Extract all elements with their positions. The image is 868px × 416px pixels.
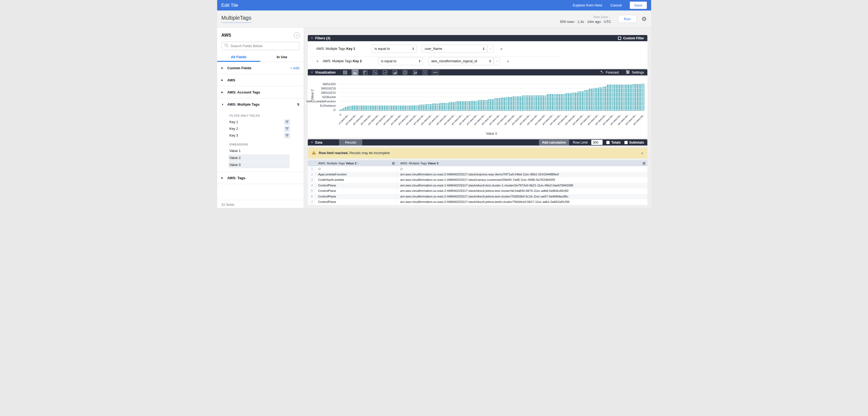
chart-bar[interactable]: [630, 84, 631, 111]
cell-value-3[interactable]: arn:aws:cloudformation:us-east-2:4486402…: [397, 194, 647, 200]
table-chart-icon[interactable]: [341, 69, 349, 75]
cell-value-2[interactable]: AppLambdaFunction: [315, 172, 397, 178]
chart-bar[interactable]: [460, 101, 460, 111]
chart-bar[interactable]: [460, 101, 461, 111]
chart-bar[interactable]: [617, 84, 617, 111]
chart-bar[interactable]: [509, 97, 509, 111]
chart-bar[interactable]: [501, 98, 502, 111]
chart-bar[interactable]: [403, 106, 403, 111]
chart-bar[interactable]: [587, 90, 587, 111]
field-value-1[interactable]: Value 1: [228, 147, 290, 154]
chart-bar[interactable]: [471, 101, 472, 111]
totals-checkbox[interactable]: [607, 141, 610, 144]
chart-bar[interactable]: [536, 95, 536, 111]
chart-bar[interactable]: [401, 106, 401, 111]
chart-bar[interactable]: [344, 108, 345, 111]
chart-bar[interactable]: [509, 97, 510, 111]
chart-bar[interactable]: [529, 95, 529, 111]
filter-value-select[interactable]: aws_cloudformation_logical_id: [428, 57, 493, 65]
chart-bar[interactable]: [598, 88, 598, 111]
chart-bar[interactable]: [572, 93, 572, 111]
chart-bar[interactable]: [378, 106, 378, 111]
chart-bar[interactable]: [567, 93, 568, 111]
chart-bar[interactable]: [522, 96, 522, 111]
sidebar-item-aws-multiple-tags[interactable]: ▼ AWS: Multiple Tags 5: [217, 98, 304, 110]
chart-bar[interactable]: [525, 95, 525, 111]
chart-bar[interactable]: [565, 93, 565, 111]
cell-value-2[interactable]: CodeHashLambda: [315, 177, 397, 183]
chart-bar[interactable]: [519, 96, 519, 111]
chart-bar[interactable]: [589, 89, 589, 111]
chart-bar[interactable]: [350, 106, 350, 111]
chart-bar[interactable]: [618, 84, 618, 111]
chart-bar[interactable]: [622, 84, 622, 111]
custom-filter-toggle[interactable]: Custom Filter: [618, 36, 644, 40]
cell-value-2[interactable]: ControlPlane: [315, 194, 397, 200]
chart-bar[interactable]: [473, 101, 473, 111]
chart-bar[interactable]: [604, 86, 604, 111]
data-header[interactable]: ▼ Data Results Add calculation Row Limit…: [308, 139, 647, 145]
chart-bar[interactable]: [542, 95, 543, 111]
field-key-1[interactable]: Key 1: [217, 118, 304, 125]
chart-bar[interactable]: [568, 93, 568, 111]
more-chart-types-icon[interactable]: [431, 69, 439, 75]
chart-bar[interactable]: [359, 106, 359, 111]
chart-bar[interactable]: [522, 95, 523, 111]
chart-bar[interactable]: [620, 84, 620, 111]
chart-bar[interactable]: [594, 88, 594, 111]
chart-bar[interactable]: [464, 101, 464, 111]
chart-bar[interactable]: [352, 106, 352, 111]
chart-bar[interactable]: [540, 95, 541, 111]
chart-bar[interactable]: [589, 89, 590, 111]
chart-bar[interactable]: [351, 106, 351, 111]
chart-bar[interactable]: [383, 106, 383, 111]
gear-icon[interactable]: [642, 16, 647, 22]
chart-bar[interactable]: [397, 106, 397, 111]
chart-bar[interactable]: [570, 93, 570, 111]
chart-bar[interactable]: [590, 89, 590, 111]
cell-value-3[interactable]: arn:aws:cloudformation:us-east-2:4486402…: [397, 188, 647, 194]
totals-toggle[interactable]: Totals: [607, 141, 620, 144]
chart-bar[interactable]: [574, 93, 575, 111]
chart-bar[interactable]: [531, 95, 532, 111]
chart-bar[interactable]: [518, 96, 518, 111]
chart-bar[interactable]: [542, 95, 542, 111]
chart-bar[interactable]: [606, 86, 607, 111]
map-chart-icon[interactable]: [411, 69, 418, 75]
chart-bar[interactable]: [531, 95, 531, 111]
column-header-value-2[interactable]: AWS: Multiple Tags Value 2↑: [315, 160, 397, 166]
cell-value-3[interactable]: arn:aws:cloudformation:us-east-2:4486402…: [397, 172, 647, 178]
chart-bar[interactable]: [381, 106, 381, 111]
chart-bar[interactable]: [607, 84, 608, 111]
cell-value-3[interactable]: arn:aws:cloudformation:us-east-1:4486402…: [397, 177, 647, 183]
custom-filter-checkbox[interactable]: [618, 37, 621, 40]
chart-bar[interactable]: [517, 96, 518, 111]
chart-bar[interactable]: [625, 84, 626, 111]
chart-bar[interactable]: [367, 106, 367, 111]
chart-bar[interactable]: [513, 96, 513, 111]
sidebar-item-custom-fields[interactable]: ▶ Custom Fields + Add: [217, 62, 304, 74]
run-button[interactable]: Run: [618, 15, 637, 23]
chart-bar[interactable]: [396, 106, 397, 111]
chart-bar[interactable]: [365, 106, 365, 111]
chart-bar[interactable]: [341, 109, 341, 111]
chart-bar[interactable]: [477, 101, 477, 111]
chart-bar[interactable]: [401, 106, 402, 111]
chart-bar[interactable]: [389, 106, 389, 111]
chart-bar[interactable]: [536, 95, 536, 111]
chart-bar[interactable]: [609, 84, 609, 111]
cell-value-2[interactable]: ∅: [315, 166, 397, 172]
chart-bar[interactable]: [410, 106, 410, 111]
visualization-header[interactable]: ▼ Visualization 6: [308, 69, 647, 75]
chart-bar[interactable]: [409, 106, 409, 111]
chevron-down-icon[interactable]: ∨: [316, 59, 319, 63]
chart-bar[interactable]: [391, 106, 391, 111]
chart-bar[interactable]: [588, 90, 588, 111]
chart-bar[interactable]: [628, 84, 629, 111]
chart-bar[interactable]: [593, 88, 593, 111]
chart-bar[interactable]: [472, 101, 472, 111]
sidebar-item-aws[interactable]: ▶ AWS: [217, 74, 304, 86]
chart-bar[interactable]: [368, 106, 368, 111]
chart-bar[interactable]: [602, 87, 602, 111]
chart-bar[interactable]: [585, 90, 586, 111]
